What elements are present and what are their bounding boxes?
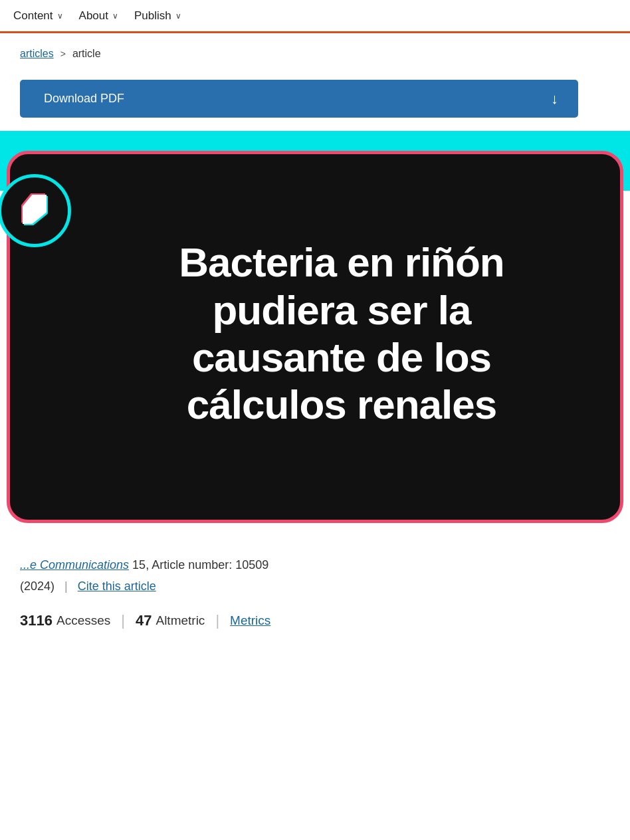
- article-year-cite-line: (2024) | Cite this article: [20, 579, 610, 593]
- nav-content-chevron: ∨: [57, 11, 63, 21]
- accesses-count: 3116: [20, 612, 52, 629]
- download-pdf-button[interactable]: Download PDF ↓: [20, 80, 578, 118]
- tiktok-logo-circle: [0, 174, 71, 247]
- top-nav: Content ∨ About ∨ Publish ∨: [0, 0, 630, 33]
- breadcrumb-articles-link[interactable]: articles: [20, 48, 54, 60]
- nav-about-chevron: ∨: [112, 11, 118, 21]
- nav-publish[interactable]: Publish ∨: [134, 9, 181, 23]
- meta-separator: |: [64, 579, 68, 593]
- nav-publish-chevron: ∨: [175, 11, 181, 21]
- accesses-label: Accesses: [56, 613, 110, 628]
- download-icon: ↓: [551, 90, 558, 108]
- journal-link[interactable]: ...e Communications: [20, 558, 129, 572]
- tiktok-overlay-container: Bacteria en riñón pudiera ser la causant…: [0, 131, 630, 543]
- metrics-link[interactable]: Metrics: [230, 613, 270, 628]
- nav-publish-label: Publish: [134, 9, 171, 23]
- tiktok-icon: [15, 191, 54, 231]
- stats-sep-1: |: [121, 612, 125, 629]
- nav-about[interactable]: About ∨: [79, 9, 118, 23]
- nav-content-label: Content: [13, 9, 53, 23]
- headline-line3: causante de los: [179, 334, 504, 381]
- breadcrumb-current: article: [72, 48, 101, 60]
- tiktok-bubble: Bacteria en riñón pudiera ser la causant…: [7, 151, 623, 523]
- stats-sep-2: |: [215, 612, 219, 629]
- breadcrumb: articles > article: [20, 48, 610, 60]
- download-pdf-label: Download PDF: [44, 92, 124, 106]
- nav-content[interactable]: Content ∨: [13, 9, 63, 23]
- download-area: Download PDF ↓: [0, 66, 630, 131]
- headline-line1: Bacteria en riñón: [179, 239, 504, 286]
- tiktok-headline-text: Bacteria en riñón pudiera ser la causant…: [179, 239, 504, 428]
- altmetric-count: 47: [136, 612, 152, 629]
- breadcrumb-area: articles > article: [0, 33, 630, 66]
- article-year: (2024): [20, 579, 54, 593]
- article-number-label: Article number:: [152, 558, 232, 572]
- cite-this-article-link[interactable]: Cite this article: [78, 579, 156, 593]
- nav-about-label: About: [79, 9, 108, 23]
- breadcrumb-separator: >: [60, 49, 66, 59]
- stats-row: 3116 Accesses | 47 Altmetric | Metrics: [0, 600, 630, 641]
- article-volume: 15,: [132, 558, 152, 572]
- article-meta: ...e Communications 15, Article number: …: [0, 543, 630, 600]
- article-journal-line: ...e Communications 15, Article number: …: [20, 556, 610, 574]
- tiktok-headline: Bacteria en riñón pudiera ser la causant…: [179, 239, 504, 428]
- headline-line2: pudiera ser la: [179, 286, 504, 334]
- article-number: 10509: [235, 558, 268, 572]
- altmetric-label: Altmetric: [156, 613, 205, 628]
- headline-line4: cálculos renales: [179, 381, 504, 428]
